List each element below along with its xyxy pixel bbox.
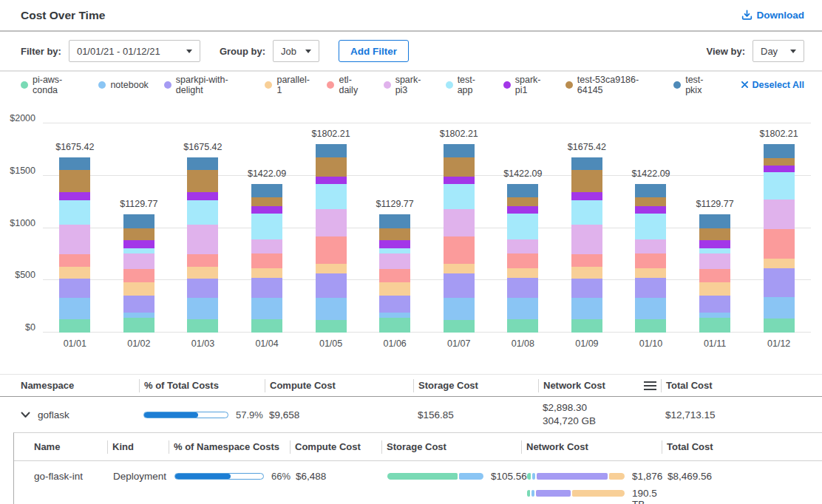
bar-segment-spark-pi3[interactable]	[251, 239, 282, 254]
bar-segment-spark-pi3[interactable]	[635, 239, 666, 254]
bar-segment-test-53ca9186-64145[interactable]	[123, 228, 154, 240]
bar-segment-sparkpi-with-delight[interactable]	[187, 279, 218, 298]
bar-segment-parallel-1[interactable]	[635, 268, 666, 278]
bar-segment-test-app[interactable]	[251, 214, 282, 239]
bar-segment-sparkpi-with-delight[interactable]	[59, 279, 90, 298]
download-button[interactable]: Download	[741, 10, 805, 21]
bar-segment-test-app[interactable]	[571, 200, 602, 225]
add-filter-button[interactable]: Add Filter	[339, 40, 409, 62]
bar-segment-notebook[interactable]	[699, 313, 730, 318]
stacked-bar[interactable]	[444, 144, 475, 333]
bar-segment-spark-pi1[interactable]	[316, 177, 347, 184]
legend-item-test-app[interactable]: test-app	[446, 75, 488, 95]
bar-segment-test-pkix[interactable]	[444, 144, 475, 157]
stacked-bar[interactable]	[316, 144, 347, 333]
bar-segment-spark-pi1[interactable]	[699, 240, 730, 248]
bar-segment-pi-aws-conda[interactable]	[187, 319, 218, 333]
bar-segment-pi-aws-conda[interactable]	[571, 319, 602, 333]
view-by-dropdown[interactable]: Day	[753, 40, 804, 62]
bar-segment-spark-pi3[interactable]	[123, 253, 154, 269]
bar-segment-etl-daily[interactable]	[571, 254, 602, 268]
bar-segment-etl-daily[interactable]	[699, 269, 730, 282]
bar-segment-test-53ca9186-64145[interactable]	[444, 157, 475, 177]
bar-segment-spark-pi1[interactable]	[187, 192, 218, 200]
legend-item-sparkpi-with-delight[interactable]: sparkpi-with-delight	[164, 75, 250, 95]
bar-segment-test-app[interactable]	[764, 172, 795, 200]
bar-segment-pi-aws-conda[interactable]	[316, 320, 347, 333]
bar-segment-spark-pi1[interactable]	[444, 177, 475, 184]
bar-segment-test-pkix[interactable]	[123, 214, 154, 228]
bar-segment-test-pkix[interactable]	[379, 214, 410, 228]
bar-segment-spark-pi3[interactable]	[187, 225, 218, 254]
bar-segment-etl-daily[interactable]	[187, 254, 218, 268]
bar-segment-spark-pi1[interactable]	[251, 206, 282, 214]
legend-item-test-pkix[interactable]: test-pkix	[673, 75, 716, 95]
bar-segment-pi-aws-conda[interactable]	[251, 319, 282, 333]
bar-segment-test-app[interactable]	[444, 184, 475, 209]
bar-segment-spark-pi3[interactable]	[444, 209, 475, 236]
bar-segment-test-app[interactable]	[59, 200, 90, 225]
bar-segment-spark-pi1[interactable]	[635, 206, 666, 214]
bar-segment-spark-pi3[interactable]	[764, 200, 795, 229]
bar-segment-test-pkix[interactable]	[59, 157, 90, 170]
chevron-down-icon[interactable]	[21, 412, 30, 418]
bar-segment-sparkpi-with-delight[interactable]	[764, 268, 795, 296]
bar-segment-parallel-1[interactable]	[187, 267, 218, 278]
bar-segment-sparkpi-with-delight[interactable]	[379, 296, 410, 313]
bar-segment-pi-aws-conda[interactable]	[635, 319, 666, 333]
bar-segment-test-pkix[interactable]	[699, 214, 730, 228]
bar-segment-test-app[interactable]	[187, 200, 218, 225]
legend-item-pi-aws-conda[interactable]: pi-aws-conda	[21, 75, 83, 95]
bar-segment-parallel-1[interactable]	[251, 268, 282, 278]
bar-segment-parallel-1[interactable]	[123, 282, 154, 296]
table-row-go-flask-int[interactable]: go-flask-int Deployment 66% $6,488 $105.…	[14, 461, 822, 504]
stacked-bar[interactable]	[187, 157, 218, 333]
bar-segment-notebook[interactable]	[316, 298, 347, 319]
bar-segment-sparkpi-with-delight[interactable]	[316, 273, 347, 299]
stacked-bar[interactable]	[123, 214, 154, 333]
bar-segment-etl-daily[interactable]	[444, 236, 475, 264]
legend-item-test-53ca9186-64145[interactable]: test-53ca9186-64145	[565, 75, 658, 95]
bar-segment-test-pkix[interactable]	[316, 144, 347, 157]
bar-segment-etl-daily[interactable]	[59, 254, 90, 268]
bar-segment-pi-aws-conda[interactable]	[59, 319, 90, 333]
stacked-bar[interactable]	[507, 184, 538, 333]
bar-segment-spark-pi3[interactable]	[379, 253, 410, 269]
bar-segment-test-53ca9186-64145[interactable]	[316, 157, 347, 177]
bar-segment-pi-aws-conda[interactable]	[379, 318, 410, 333]
bar-segment-spark-pi1[interactable]	[379, 240, 410, 248]
bar-segment-pi-aws-conda[interactable]	[507, 319, 538, 333]
bar-segment-test-53ca9186-64145[interactable]	[187, 170, 218, 192]
stacked-bar[interactable]	[764, 144, 795, 333]
bar-segment-etl-daily[interactable]	[251, 253, 282, 268]
stacked-bar[interactable]	[251, 184, 282, 333]
bar-segment-parallel-1[interactable]	[59, 267, 90, 278]
bar-segment-spark-pi3[interactable]	[59, 225, 90, 254]
bar-segment-test-app[interactable]	[507, 214, 538, 239]
column-menu-icon[interactable]	[644, 381, 656, 390]
bar-segment-spark-pi1[interactable]	[507, 206, 538, 214]
stacked-bar[interactable]	[59, 157, 90, 333]
bar-segment-test-app[interactable]	[635, 214, 666, 239]
bar-segment-etl-daily[interactable]	[507, 253, 538, 268]
stacked-bar[interactable]	[699, 214, 730, 333]
bar-segment-test-53ca9186-64145[interactable]	[59, 170, 90, 192]
bar-segment-sparkpi-with-delight[interactable]	[507, 278, 538, 298]
bar-segment-test-53ca9186-64145[interactable]	[699, 228, 730, 240]
bar-segment-pi-aws-conda[interactable]	[699, 318, 730, 333]
bar-segment-test-53ca9186-64145[interactable]	[507, 197, 538, 206]
bar-segment-spark-pi3[interactable]	[507, 239, 538, 254]
bar-segment-notebook[interactable]	[123, 313, 154, 318]
bar-segment-test-53ca9186-64145[interactable]	[571, 170, 602, 192]
bar-segment-notebook[interactable]	[571, 298, 602, 319]
bar-segment-spark-pi1[interactable]	[764, 166, 795, 173]
legend-item-etl-daily[interactable]: etl-daily	[327, 75, 367, 95]
bar-segment-etl-daily[interactable]	[635, 253, 666, 268]
bar-segment-test-pkix[interactable]	[187, 157, 218, 170]
bar-segment-spark-pi1[interactable]	[59, 192, 90, 200]
stacked-bar[interactable]	[635, 184, 666, 333]
deselect-all-button[interactable]: Deselect All	[741, 80, 804, 90]
bar-segment-test-53ca9186-64145[interactable]	[635, 197, 666, 206]
bar-segment-sparkpi-with-delight[interactable]	[251, 278, 282, 298]
bar-segment-notebook[interactable]	[59, 298, 90, 319]
